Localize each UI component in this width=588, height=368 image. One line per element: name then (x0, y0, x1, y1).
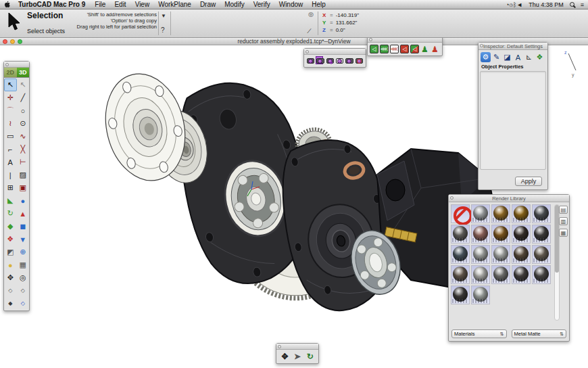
material-swatch[interactable] (532, 225, 551, 244)
material-swatch[interactable] (471, 204, 490, 223)
object-properties-tab[interactable]: ⚙ (481, 52, 491, 62)
material-swatch[interactable] (512, 245, 531, 264)
loft-tool[interactable]: ▲ (17, 207, 30, 220)
snap-mode-icon[interactable]: ◎ (308, 11, 314, 18)
revolve-tool[interactable]: ↻ (4, 207, 17, 220)
apply-button[interactable]: Apply (515, 177, 542, 186)
material-sphere-tool[interactable]: ● (4, 258, 17, 271)
material-swatch[interactable] (471, 225, 490, 244)
material-swatch[interactable] (512, 204, 531, 223)
menu-item[interactable]: Window (279, 1, 303, 8)
material-swatch[interactable] (471, 285, 490, 304)
insert-block-tool[interactable]: ⊞ (4, 181, 17, 194)
apple-menu-icon[interactable] (4, 1, 11, 8)
pan-tool[interactable]: ✥ (4, 271, 17, 284)
look-from-camera-tool[interactable] (336, 57, 343, 65)
material-swatch[interactable] (491, 225, 510, 244)
hatch-tool[interactable]: ▨ (17, 168, 30, 181)
material-swatch[interactable] (532, 204, 551, 223)
walkthrough-person-tool[interactable]: ♟ (420, 45, 429, 53)
pen-tab[interactable]: ✎ (491, 52, 501, 62)
dimension-tool[interactable]: ⊢ (17, 156, 30, 168)
material-swatch[interactable] (532, 265, 551, 284)
cylinder-tool[interactable]: ⊕ (17, 246, 30, 258)
extrude-tool[interactable]: ◣ (4, 194, 17, 207)
material-swatch[interactable] (451, 265, 470, 284)
intersect-tool[interactable]: ╳ (17, 143, 30, 156)
camera-properties-tool[interactable] (316, 57, 324, 65)
angle-mode-icon[interactable]: ∕ (309, 27, 310, 34)
iso-view-tool[interactable]: ◇ (4, 284, 17, 297)
boolean-tool[interactable]: ❖ (4, 233, 17, 246)
arc-tool[interactable]: ⌒ (4, 104, 17, 117)
tab-3d[interactable]: 3D (17, 68, 30, 77)
notification-center-icon[interactable]: ≡ (581, 1, 584, 8)
tab-2d[interactable]: 2D (4, 68, 17, 77)
menu-item[interactable]: Modify (224, 1, 244, 8)
menu-item[interactable]: File (95, 1, 105, 8)
menu-bar-clock[interactable]: Thu 4:38 PM (529, 1, 564, 8)
material-swatch[interactable] (512, 225, 531, 244)
material-swatch[interactable] (451, 245, 470, 264)
construction-line-tool[interactable]: | (4, 168, 17, 181)
group-tool[interactable]: ▣ (17, 181, 30, 194)
text-tool[interactable]: A (4, 156, 17, 168)
polyline-tool[interactable]: ⌐ (4, 143, 17, 156)
material-swatch[interactable] (512, 265, 531, 284)
palette-close-icon[interactable] (480, 44, 483, 47)
material-swatch[interactable] (491, 265, 510, 284)
volume-menu-icon[interactable]: ◄ (516, 1, 522, 8)
material-swatch[interactable] (471, 245, 490, 264)
tool-help-button[interactable]: ? (161, 26, 165, 34)
palette-title-bar[interactable] (276, 344, 318, 350)
mixed-light-tool[interactable]: ◁ (410, 45, 419, 53)
menu-item[interactable]: Edit (114, 1, 126, 8)
text-style-tab[interactable]: A (513, 52, 523, 62)
dimetric-view-tool[interactable]: ◇ (17, 284, 30, 297)
palette-close-icon[interactable] (305, 50, 309, 53)
material-set-popup[interactable]: Metal Matte⇅ (512, 329, 567, 338)
render-select-tool[interactable]: ➤ (293, 351, 303, 361)
spotlight-icon[interactable] (570, 2, 574, 7)
curve-tool[interactable]: ≀ (4, 117, 17, 130)
material-swatch[interactable] (451, 225, 470, 244)
sweep-tool[interactable]: ◆ (4, 220, 17, 233)
standing-person-tool[interactable]: ♟ (431, 45, 439, 53)
menu-item[interactable]: Help (312, 1, 326, 8)
insert-camera-tool[interactable] (307, 57, 314, 65)
camera-drop-tool[interactable] (326, 57, 334, 65)
open-select-tool[interactable]: ↖ (17, 78, 30, 91)
material-category-popup[interactable]: Materials⇅ (451, 329, 507, 338)
sphere-tool[interactable]: ● (17, 194, 30, 207)
window-close-button[interactable] (3, 39, 7, 44)
subtract-tool[interactable]: ▼ (17, 233, 30, 246)
line-tool[interactable]: ╱ (17, 91, 30, 104)
zoom-tool[interactable]: ◎ (17, 271, 30, 284)
palette-close-icon[interactable] (450, 196, 454, 200)
pan-hand-tool[interactable]: ✥ (280, 351, 290, 361)
material-swatch[interactable] (471, 265, 490, 284)
dimension-style-tab[interactable]: ⊾ (524, 52, 534, 62)
inspector-title-bar[interactable]: Inspector: Default Settings (479, 43, 547, 50)
multi-light-on-tool[interactable]: ⋘ (380, 45, 389, 53)
select-tool[interactable]: ↖ (4, 78, 17, 91)
brush-tab[interactable]: ◪ (502, 52, 512, 62)
head-light-tool[interactable]: ◁ (400, 45, 409, 53)
window-minimize-button[interactable] (10, 39, 15, 44)
shell-tool[interactable]: ◩ (4, 246, 17, 258)
palette-close-icon[interactable] (369, 38, 372, 41)
new-material-button[interactable]: ▤ (559, 206, 568, 214)
palette-title-bar[interactable] (4, 62, 29, 68)
menu-item[interactable]: WorkPlane (158, 1, 191, 8)
palette-close-icon[interactable] (5, 63, 9, 66)
no-material-swatch[interactable] (451, 204, 470, 223)
palette-title-bar[interactable] (304, 49, 366, 55)
material-options-button[interactable]: ▦ (559, 229, 568, 237)
edit-material-button[interactable]: ▥ (559, 217, 568, 225)
camera-target-tool[interactable] (356, 57, 363, 65)
ellipse-tool[interactable]: ⊙ (17, 117, 30, 130)
multi-light-off-tool[interactable]: ⋘ (390, 45, 399, 53)
material-swatch[interactable] (532, 245, 551, 264)
shaded-view-tool[interactable]: ◆ (4, 297, 17, 310)
tool-options-expander[interactable]: ▼ (161, 13, 166, 19)
